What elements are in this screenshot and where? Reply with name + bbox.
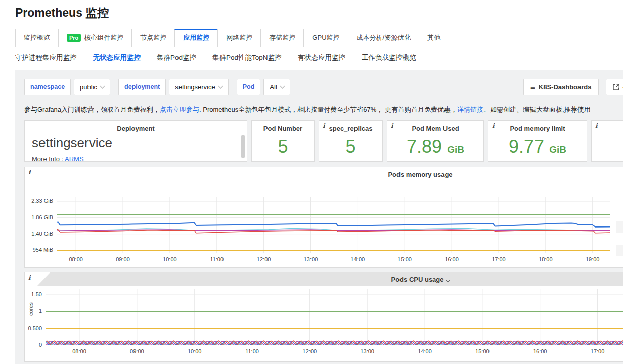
spec-replicas-stat-panel: i spec_replicas 5 bbox=[319, 120, 383, 162]
namespace-select[interactable]: public bbox=[74, 79, 110, 95]
legend-row bbox=[616, 210, 623, 221]
dashboard-page: Prometheus 监控 监控概览 Pro核心组件监控 节点监控 应用监控 网… bbox=[0, 0, 623, 364]
more-info-row: More Info : ARMS bbox=[32, 155, 84, 162]
banner-text: 参与Grafana入门训练营，领取首月免费福利， bbox=[24, 106, 160, 113]
subtab-pod-topn-monitor[interactable]: 集群Pod性能TopN监控 bbox=[212, 52, 282, 64]
deployment-name-value: settingservice bbox=[32, 135, 112, 151]
tab-network-monitor[interactable]: 网络监控 bbox=[217, 29, 261, 47]
legend-row bbox=[616, 221, 623, 233]
toolbar-buttons: ≡K8S-Dashboards 导入( bbox=[523, 79, 623, 95]
pod-mem-used-value: 7.89 GiB bbox=[387, 136, 483, 157]
k8s-dashboards-button[interactable]: ≡K8S-Dashboards bbox=[523, 79, 599, 95]
x-axis-tick: 16:00 bbox=[436, 256, 467, 262]
pod-value: All bbox=[270, 83, 277, 91]
chart-svg bbox=[57, 197, 610, 253]
tab-other[interactable]: 其他 bbox=[419, 29, 449, 47]
y-axis-tick: 0.500 bbox=[25, 325, 42, 331]
stat-unit: GiB bbox=[447, 144, 464, 155]
subtab-workload-overview[interactable]: 工作负载监控概览 bbox=[362, 52, 416, 64]
x-axis-tick: 10:00 bbox=[180, 348, 210, 354]
banner-details-link[interactable]: 详情链接 bbox=[457, 106, 483, 113]
partial-stat-panel: i bbox=[591, 120, 623, 162]
tab-gpu-monitor[interactable]: GPU监控 bbox=[303, 29, 348, 47]
y-axis-tick: 1 bbox=[25, 308, 42, 314]
legend-row bbox=[616, 245, 623, 256]
deployment-value: settingservice bbox=[175, 83, 215, 91]
memory-chart-plot[interactable] bbox=[57, 197, 610, 253]
chevron-down-icon bbox=[280, 83, 285, 88]
deployment-stat-panel: Deployment settingservice More Info : AR… bbox=[24, 120, 247, 162]
tab-label: 应用监控 bbox=[183, 33, 209, 42]
legend-row bbox=[616, 233, 623, 245]
x-axis-tick: 15:00 bbox=[389, 256, 420, 262]
y-axis-tick: 1.50 bbox=[25, 291, 42, 297]
y-axis-tick: 0 bbox=[25, 342, 42, 348]
tab-storage-monitor[interactable]: 存储监控 bbox=[260, 29, 304, 47]
tab-node-monitor[interactable]: 节点监控 bbox=[131, 29, 175, 47]
import-button[interactable]: 导入( bbox=[606, 79, 623, 95]
page-title: Prometheus 监控 bbox=[15, 5, 109, 21]
cpu-chart-title-text: Pods CPU usage bbox=[391, 276, 443, 283]
y-axis-tick: 954 MiB bbox=[25, 247, 53, 253]
pod-memory-limit-value: 9.77 GiB bbox=[488, 136, 587, 157]
tab-label: 核心组件监控 bbox=[84, 33, 123, 42]
tab-monitor-overview[interactable]: 监控概览 bbox=[15, 29, 59, 47]
promo-banner: 参与Grafana入门训练营，领取首月免费福利，点击立即参与. Promethe… bbox=[24, 105, 591, 114]
main-tab-bar: 监控概览 Pro核心组件监控 节点监控 应用监控 网络监控 存储监控 GPU监控… bbox=[15, 29, 449, 47]
x-axis-tick: 12:00 bbox=[294, 348, 325, 354]
y-axis-tick: 2.33 GiB bbox=[25, 198, 53, 204]
cpu-chart-plot[interactable] bbox=[46, 289, 623, 345]
chevron-down-icon bbox=[445, 278, 450, 283]
subtab-stateful-monitor[interactable]: 有状态应用监控 bbox=[298, 52, 346, 64]
x-axis-tick: 08:00 bbox=[64, 348, 95, 354]
filter-bar: namespace public deployment settingservi… bbox=[24, 79, 290, 95]
stat-title: spec_replicas bbox=[319, 125, 382, 132]
tab-core-components[interactable]: Pro核心组件监控 bbox=[58, 29, 132, 47]
x-axis-tick: 08:00 bbox=[61, 256, 91, 262]
menu-icon: ≡ bbox=[530, 83, 535, 92]
tab-label: GPU监控 bbox=[312, 33, 339, 42]
tab-label: 监控概览 bbox=[24, 33, 50, 42]
pod-select[interactable]: All bbox=[263, 79, 290, 95]
namespace-value: public bbox=[80, 83, 97, 91]
y-axis-tick: 1.40 GiB bbox=[25, 231, 53, 237]
sub-tab-bar: 守护进程集应用监控 无状态应用监控 集群Pod监控 集群Pod性能TopN监控 … bbox=[15, 52, 416, 64]
banner-text: . Prometheus全新包年包月模式，相比按量付费至少节省67%， 更有首购… bbox=[199, 106, 457, 113]
stat-title: Deployment bbox=[25, 125, 247, 132]
arms-link[interactable]: ARMS bbox=[65, 155, 84, 162]
pods-memory-usage-panel: i Pods memory usage 954 MiB1.40 GiB1.86 … bbox=[24, 167, 623, 268]
banner-text: 。如需创建、编辑大盘面板,推荐使用 bbox=[483, 106, 591, 113]
x-axis-tick: 17:00 bbox=[483, 256, 514, 262]
chevron-down-icon bbox=[100, 83, 105, 88]
panel-scrollbar[interactable] bbox=[241, 135, 245, 158]
x-axis-tick: 19:00 bbox=[577, 256, 608, 262]
info-icon[interactable]: i bbox=[595, 122, 598, 129]
x-axis-tick: 09:00 bbox=[122, 348, 152, 354]
deployment-label: deployment bbox=[118, 79, 166, 95]
x-axis-tick: 11:00 bbox=[237, 348, 268, 354]
x-axis-tick: 15:00 bbox=[467, 348, 498, 354]
subtab-daemonset-monitor[interactable]: 守护进程集应用监控 bbox=[15, 52, 77, 64]
tab-cost-analysis[interactable]: 成本分析/资源优化 bbox=[348, 29, 420, 47]
more-info-label: More Info : bbox=[32, 155, 63, 162]
deployment-select[interactable]: settingservice bbox=[169, 79, 228, 95]
banner-join-link[interactable]: 点击立即参与 bbox=[160, 106, 199, 113]
pod-memory-limit-stat-panel: i Pod memory limit 9.77 GiB bbox=[488, 120, 587, 162]
x-axis-tick: 13:00 bbox=[352, 348, 382, 354]
namespace-label: namespace bbox=[24, 79, 71, 95]
pod-number-stat-panel: Pod Number 5 bbox=[251, 120, 315, 162]
x-axis-tick: 16:00 bbox=[525, 348, 555, 354]
pro-badge: Pro bbox=[67, 34, 81, 42]
stat-number: 9.77 bbox=[509, 136, 544, 157]
tab-label: 网络监控 bbox=[226, 33, 252, 42]
cpu-chart-title[interactable]: Pods CPU usage bbox=[25, 276, 623, 283]
subtab-cluster-pod-monitor[interactable]: 集群Pod监控 bbox=[157, 52, 196, 64]
subtab-stateless-monitor[interactable]: 无状态应用监控 bbox=[93, 52, 141, 64]
x-axis-tick: 14:00 bbox=[342, 256, 373, 262]
x-axis-tick: 18:00 bbox=[530, 256, 561, 262]
k8s-dashboards-label: K8S-Dashboards bbox=[539, 83, 592, 91]
pod-mem-used-stat-panel: i Pod Mem Used 7.89 GiB bbox=[387, 120, 484, 162]
tab-app-monitor[interactable]: 应用监控 bbox=[174, 29, 218, 47]
tab-label: 节点监控 bbox=[140, 33, 166, 42]
spec-replicas-value: 5 bbox=[319, 136, 382, 157]
